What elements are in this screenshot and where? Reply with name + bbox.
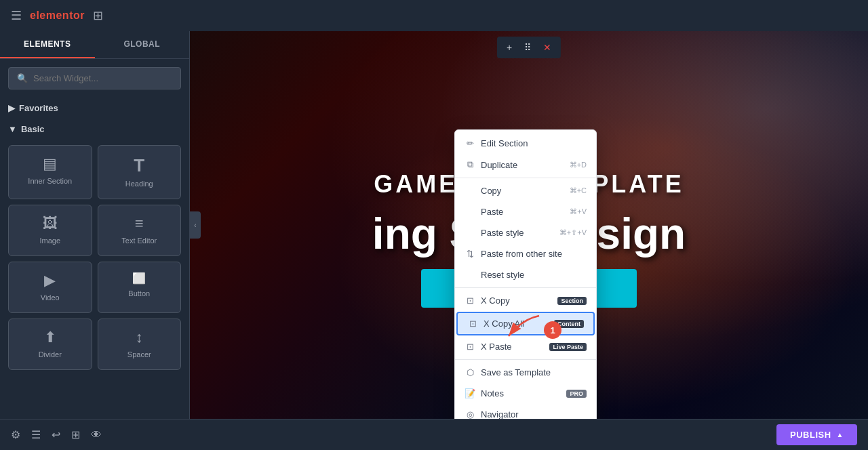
basic-label: Basic: [21, 124, 45, 134]
save-template-icon: ⬡: [465, 367, 475, 377]
menu-item-left: ⊡ X Paste: [465, 342, 512, 352]
basic-arrow: ▼: [8, 124, 17, 134]
menu-item-left: ⇅ Paste from other site: [465, 249, 562, 259]
settings-icon[interactable]: ⚙: [11, 428, 20, 441]
publish-label: PUBLISH: [790, 430, 831, 440]
menu-label-paste-other: Paste from other site: [481, 249, 562, 259]
menu-label-edit-section: Edit Section: [481, 138, 528, 148]
paste-style-shortcut: ⌘+⇧+V: [559, 228, 587, 237]
bottom-bar: ⚙ ☰ ↩ ⊞ 👁 PUBLISH ▲: [0, 419, 868, 450]
duplicate-shortcut: ⌘+D: [570, 161, 587, 169]
history-icon[interactable]: ↩: [52, 428, 60, 441]
image-icon: 🖼: [43, 216, 58, 231]
x-paste-icon: ⊡: [465, 342, 475, 352]
text-editor-icon: ≡: [135, 216, 144, 231]
notes-pro-tag: PRO: [566, 390, 587, 398]
widget-heading[interactable]: T Heading: [98, 145, 182, 199]
duplicate-icon: ⧉: [465, 159, 475, 170]
menu-label-duplicate: Duplicate: [481, 160, 517, 170]
menu-item-paste-other[interactable]: ⇅ Paste from other site: [455, 243, 596, 264]
copy-shortcut: ⌘+C: [570, 186, 587, 195]
menu-item-x-paste[interactable]: ⊡ X Paste Live Paste: [455, 336, 596, 357]
menu-item-edit-section[interactable]: ✏ Edit Section: [455, 133, 596, 154]
layers-icon[interactable]: ☰: [31, 428, 41, 441]
widget-label-text-editor: Text Editor: [121, 237, 157, 245]
menu-item-left: Reset style: [465, 270, 524, 280]
responsive-icon[interactable]: ⊞: [71, 428, 80, 441]
spacer-icon: ↕: [136, 330, 143, 345]
basic-header[interactable]: ▼ Basic: [0, 119, 189, 140]
widget-text-editor[interactable]: ≡ Text Editor: [98, 205, 182, 256]
widget-inner-section[interactable]: ▤ Inner Section: [8, 145, 92, 199]
tab-elements[interactable]: ELEMENTS: [0, 31, 95, 58]
menu-item-copy[interactable]: Copy ⌘+C: [455, 180, 596, 201]
grid-icon[interactable]: ⊞: [93, 8, 103, 23]
canvas: + ⠿ ✕ GAMESITE TEMPLATE ing Site Design …: [190, 31, 868, 419]
widget-video[interactable]: ▶ Video: [8, 262, 92, 313]
search-input[interactable]: [33, 73, 172, 83]
publish-chevron-icon: ▲: [837, 431, 844, 438]
menu-item-x-copy-all[interactable]: ⊡ X Copy All Content: [456, 312, 595, 335]
menu-item-navigator[interactable]: ◎ Navigator: [455, 404, 596, 419]
search-icon: 🔍: [17, 73, 28, 83]
tab-global[interactable]: GLOBAL: [95, 31, 190, 58]
x-copy-icon: ⊡: [465, 295, 475, 306]
menu-item-reset-style[interactable]: Reset style: [455, 264, 596, 285]
divider-3: [455, 359, 596, 360]
paste-other-icon: ⇅: [465, 249, 475, 259]
menu-item-left: ✏ Edit Section: [465, 138, 528, 148]
menu-item-left: Paste: [465, 207, 503, 217]
sidebar: ELEMENTS GLOBAL 🔍 ▶ Favorites ▼ Basic ▤ …: [0, 31, 190, 419]
menu-label-copy: Copy: [481, 186, 501, 196]
collapse-handle[interactable]: ‹: [190, 211, 201, 239]
menu-item-save-template[interactable]: ⬡ Save as Template: [455, 362, 596, 383]
menu-item-paste-style[interactable]: Paste style ⌘+⇧+V: [455, 222, 596, 243]
edit-icon: ✏: [465, 138, 475, 148]
divider-icon: ⬆: [44, 330, 56, 345]
menu-label-reset-style: Reset style: [481, 270, 524, 280]
divider-2: [455, 287, 596, 288]
menu-item-left: Paste style: [465, 228, 524, 238]
menu-item-x-copy[interactable]: ⊡ X Copy Section: [455, 290, 596, 311]
bottom-left: ⚙ ☰ ↩ ⊞ 👁: [11, 428, 102, 441]
heading-icon: T: [134, 157, 144, 174]
menu-item-notes[interactable]: 📝 Notes PRO: [455, 383, 596, 404]
menu-label-notes: Notes: [481, 388, 504, 398]
widget-image[interactable]: 🖼 Image: [8, 205, 92, 256]
widget-label-video: Video: [41, 293, 60, 302]
menu-item-left: ⬡ Save as Template: [465, 367, 551, 377]
preview-icon[interactable]: 👁: [91, 429, 102, 441]
menu-label-paste-style: Paste style: [481, 228, 524, 238]
menu-item-left: 📝 Notes: [465, 388, 504, 398]
menu-item-paste[interactable]: Paste ⌘+V: [455, 201, 596, 222]
delete-section-button[interactable]: ✕: [538, 39, 557, 56]
divider-1: [455, 178, 596, 178]
menu-item-duplicate[interactable]: ⧉ Duplicate ⌘+D: [455, 154, 596, 176]
publish-button[interactable]: PUBLISH ▲: [776, 424, 857, 445]
menu-label-x-copy: X Copy: [481, 295, 510, 306]
widget-grid: ▤ Inner Section T Heading 🖼 Image ≡ Text…: [0, 140, 189, 375]
favorites-header[interactable]: ▶ Favorites: [0, 98, 189, 119]
inner-section-icon: ▤: [43, 157, 57, 171]
search-box: 🔍: [8, 67, 181, 89]
button-icon: ⬜: [132, 273, 146, 284]
favorites-arrow: ▶: [8, 103, 15, 113]
menu-item-left: Copy: [465, 186, 501, 196]
x-paste-tag: Live Paste: [549, 343, 587, 351]
add-section-button[interactable]: +: [501, 39, 517, 56]
menu-item-left: ⊡ X Copy: [465, 295, 510, 306]
menu-label-x-paste: X Paste: [481, 342, 512, 352]
video-icon: ▶: [44, 273, 56, 288]
widget-label-button: Button: [128, 289, 150, 298]
top-bar: ☰ elementor ⊞: [0, 0, 868, 31]
widget-label-spacer: Spacer: [127, 350, 151, 359]
top-bar-left: ☰ elementor ⊞: [11, 8, 103, 23]
widget-divider[interactable]: ⬆ Divider: [8, 319, 92, 370]
move-section-button[interactable]: ⠿: [519, 39, 536, 56]
widget-spacer[interactable]: ↕ Spacer: [98, 319, 182, 370]
widget-button[interactable]: ⬜ Button: [98, 262, 182, 313]
hamburger-icon[interactable]: ☰: [11, 8, 22, 23]
widget-label-image: Image: [39, 237, 60, 245]
elementor-logo: elementor: [30, 9, 85, 22]
x-copy-tag: Section: [557, 297, 587, 305]
